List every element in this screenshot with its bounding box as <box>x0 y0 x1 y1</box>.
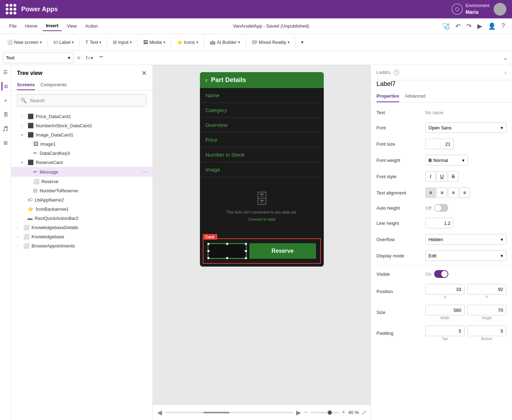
nav-icon[interactable]: ☰ <box>1 68 10 76</box>
app-grid-icon[interactable] <box>6 4 16 14</box>
horizontal-scrollbar[interactable] <box>165 412 293 413</box>
auto-height-toggle[interactable] <box>434 204 448 212</box>
align-right-button[interactable]: ≡ <box>448 187 459 198</box>
tree-item-rect-action[interactable]: ▬ RectQuickActionBar2 <box>11 214 153 223</box>
tree-item-icon-back[interactable]: ⭐ IconBackarrow1 <box>11 204 153 214</box>
reserve-card-canvas[interactable]: Card <box>203 238 321 264</box>
padding-top-input[interactable] <box>425 326 465 336</box>
mixed-reality-icon: 🥽 <box>252 40 257 45</box>
media-button[interactable]: 🖼 Media ▾ <box>140 38 168 47</box>
scroll-left-icon[interactable]: ◀ <box>157 409 162 416</box>
tree-item-number-to-reserve[interactable]: ⊟ NumberToReserve <box>11 186 153 195</box>
tree-item-browse-appt[interactable]: › ⬜ BrowseAppointments <box>11 241 153 250</box>
tree-item-image-dc1[interactable]: ▾ ⬛ Image_DataCard1 <box>11 130 153 139</box>
input-button[interactable]: ⊟ Input ▾ <box>110 38 134 47</box>
props-tab-advanced[interactable]: Advanced <box>405 91 425 102</box>
tree-item-reserve[interactable]: ⬜ Reserve <box>11 177 153 186</box>
width-input[interactable] <box>425 305 465 315</box>
tree-item-lbl-app-name[interactable]: 🏷 LblAppName2 <box>11 195 153 204</box>
props-tab-properties[interactable]: Properties <box>376 91 399 102</box>
visible-toggle[interactable] <box>434 270 448 278</box>
tree-item-label: LblAppName2 <box>35 197 147 203</box>
environment-block[interactable]: ⬡ Environment Maria <box>451 3 489 15</box>
label-button[interactable]: 🏷 Label ▾ <box>51 38 77 47</box>
chevron-right-icon: › <box>17 235 21 239</box>
more-options-icon[interactable]: ··· <box>142 169 147 175</box>
tree-item-message[interactable]: ✏ Message ··· <box>11 167 153 177</box>
menu-insert[interactable]: Insert <box>42 21 62 31</box>
new-screen-button[interactable]: ⬜ New screen ▾ <box>4 38 45 47</box>
zoom-slider[interactable] <box>311 412 339 413</box>
font-style-label: Font style <box>376 174 422 179</box>
fullscreen-icon[interactable]: ⤢ <box>362 409 366 416</box>
tree-item-image1[interactable]: 🖼 Image1 <box>11 139 153 148</box>
database-icon[interactable]: 🗄 <box>1 110 10 119</box>
overflow-select[interactable]: Hidden ▾ <box>425 234 506 245</box>
media-strip-icon[interactable]: 🎵 <box>1 124 10 133</box>
help-icon[interactable]: ? <box>500 21 506 31</box>
menu-file[interactable]: File <box>6 21 20 31</box>
tree-item-knowledge-det[interactable]: › ⬜ KnowledgebaseDetails <box>11 223 153 232</box>
avatar[interactable] <box>494 3 506 16</box>
reserve-button-canvas[interactable]: Reserve <box>249 243 316 259</box>
menu-home[interactable]: Home <box>22 21 41 31</box>
align-justify-button[interactable]: ≡ <box>459 187 470 198</box>
expand-panel-icon[interactable]: › <box>505 69 506 76</box>
add-icon[interactable]: + <box>1 96 10 105</box>
font-select[interactable]: Open Sans ▾ <box>425 122 506 133</box>
user-icon[interactable]: 👤 <box>487 21 497 31</box>
layers-icon[interactable]: ⧉ <box>1 82 10 91</box>
height-input[interactable] <box>467 305 507 315</box>
expand-formula-icon[interactable]: ⌄ <box>502 54 509 61</box>
device-connect-link[interactable]: Connect to data <box>248 217 276 221</box>
more-button[interactable]: ▾ <box>298 38 306 47</box>
canvas-area: ‹ Part Details Name Category Overview Pr… <box>153 65 370 420</box>
align-left-button[interactable]: ≡ <box>425 187 436 198</box>
rect-icon: ▬ <box>28 215 33 221</box>
redo-icon[interactable]: ↷ <box>465 21 473 31</box>
back-icon[interactable]: ‹ <box>206 76 208 84</box>
mixed-reality-button[interactable]: 🥽 Mixed Reality ▾ <box>249 38 292 47</box>
scroll-right-icon[interactable]: ▶ <box>296 409 301 416</box>
variables-icon[interactable]: ⊞ <box>1 139 10 147</box>
fx-button[interactable]: fx ▾ <box>84 55 95 61</box>
menu-icons: 🩺 ↶ ↷ ▶ 👤 ? <box>441 21 506 31</box>
zoom-minus-icon[interactable]: − <box>304 409 308 416</box>
strikethrough-button[interactable]: S <box>448 171 459 182</box>
tree-item-datacardkey3[interactable]: ✏ DataCardKey3 <box>11 148 153 158</box>
tree-close-button[interactable]: ✕ <box>142 69 147 77</box>
formula-input[interactable] <box>97 53 500 63</box>
tree-tab-screens[interactable]: Screens <box>17 80 35 90</box>
canvas-scroll[interactable]: ‹ Part Details Name Category Overview Pr… <box>153 65 370 404</box>
tree-item-label: ReserveCard <box>36 160 147 165</box>
position-x-input[interactable] <box>425 284 465 294</box>
display-mode-select[interactable]: Edit ▾ <box>425 250 506 261</box>
tree-item-knowledge[interactable]: › ⬜ Knowledgebase <box>11 232 153 241</box>
tree-item-number-dc1[interactable]: › ⬛ NumberInStock_DataCard1 <box>11 121 153 130</box>
menu-action[interactable]: Action <box>82 21 102 31</box>
icons-button[interactable]: ⭐ Icons ▾ <box>174 38 201 47</box>
tree-item-price-dc1[interactable]: › ⬛ Price_DataCard1 <box>11 112 153 121</box>
font-size-input[interactable] <box>425 139 454 149</box>
zoom-plus-icon[interactable]: + <box>342 409 346 416</box>
play-icon[interactable]: ▶ <box>476 21 484 31</box>
help-icon[interactable]: ? <box>393 70 399 75</box>
text-button[interactable]: T Text ▾ <box>82 38 104 47</box>
underline-button[interactable]: U <box>437 171 447 182</box>
message-input-box[interactable] <box>208 243 247 259</box>
stethoscope-icon[interactable]: 🩺 <box>441 21 451 31</box>
ai-builder-button[interactable]: 🤖 AI Builder ▾ <box>207 38 243 47</box>
undo-icon[interactable]: ↶ <box>454 21 462 31</box>
italic-button[interactable]: I <box>425 171 436 182</box>
position-y-input[interactable] <box>467 284 507 294</box>
formula-property-dropdown[interactable]: Text ▾ <box>3 53 74 63</box>
tree-search-input[interactable] <box>17 94 147 107</box>
tree-tab-components[interactable]: Components <box>41 80 67 90</box>
dropdown-chevron-icon: ▾ <box>68 55 70 60</box>
menu-view[interactable]: View <box>63 21 80 31</box>
line-height-input[interactable] <box>425 218 454 228</box>
tree-item-reserve-card[interactable]: ▾ ⬛ ReserveCard <box>11 158 153 167</box>
font-weight-select[interactable]: B Normal ▾ <box>425 155 468 165</box>
align-center-button[interactable]: ≡ <box>437 187 447 198</box>
padding-bottom-input[interactable] <box>467 326 507 336</box>
